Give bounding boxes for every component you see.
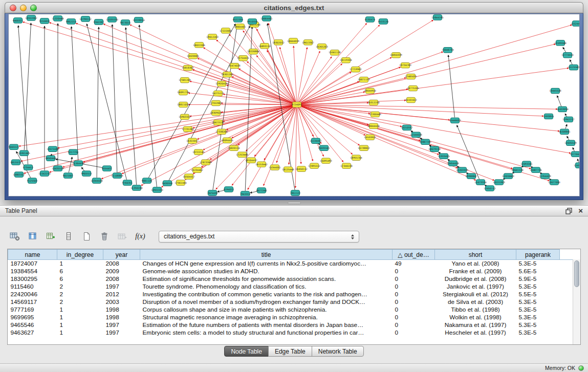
table-cell[interactable]: 5.5E-5 bbox=[516, 291, 560, 298]
graph-edge[interactable] bbox=[298, 107, 313, 161]
column-header-in_degree[interactable]: in_degree bbox=[57, 250, 103, 260]
graph-node[interactable]: 18775105 bbox=[407, 85, 419, 91]
graph-node[interactable]: 12446633 bbox=[449, 118, 461, 123]
graph-node[interactable]: 16820114 bbox=[228, 145, 239, 150]
graph-node[interactable]: 9905513 bbox=[81, 171, 92, 176]
graph-node[interactable]: 18125448 bbox=[282, 167, 294, 172]
tab-node-table[interactable]: Node Table bbox=[224, 346, 269, 357]
table-cell[interactable]: 18300295 bbox=[8, 275, 57, 283]
graph-node[interactable]: 11320448 bbox=[52, 16, 63, 21]
graph-edge[interactable] bbox=[299, 63, 342, 102]
graph-node[interactable]: 9430558 bbox=[162, 181, 173, 186]
table-cell[interactable]: 5.3E-5 bbox=[516, 314, 560, 321]
table-cell[interactable]: Structural magnetic resonance image aver… bbox=[140, 314, 393, 321]
table-cell[interactable]: 5.3E-5 bbox=[516, 283, 560, 291]
graph-node[interactable]: 16450112 bbox=[295, 166, 307, 171]
graph-node[interactable]: 16644019 bbox=[287, 38, 299, 43]
graph-node[interactable]: 10261445 bbox=[18, 150, 30, 156]
table-cell[interactable]: Wolkin et al. (1998) bbox=[435, 314, 516, 321]
table-cell[interactable]: 5.3E-5 bbox=[516, 321, 560, 329]
graph-node[interactable]: 12920414 bbox=[215, 81, 227, 86]
graph-edge[interactable] bbox=[213, 25, 237, 190]
graph-node[interactable]: 8815570 bbox=[11, 160, 21, 165]
graph-node[interactable]: 11035530 bbox=[106, 17, 118, 22]
graph-node[interactable]: 10454428 bbox=[447, 161, 459, 166]
column-header-short[interactable]: short bbox=[435, 250, 516, 260]
graph-node[interactable]: 15818302 bbox=[182, 65, 193, 71]
graph-node[interactable]: 19012203 bbox=[206, 34, 218, 39]
graph-node[interactable]: 17200446 bbox=[369, 112, 381, 117]
graph-node[interactable]: 15903322 bbox=[179, 114, 190, 119]
graph-node[interactable]: 17731284 bbox=[182, 126, 193, 132]
graph-node[interactable]: 10988847 bbox=[465, 173, 477, 179]
graph-edge[interactable] bbox=[255, 26, 296, 102]
graph-node[interactable]: 12677050 bbox=[548, 180, 560, 185]
graph-node[interactable]: 10487716 bbox=[530, 167, 541, 172]
table-cell[interactable]: 6 bbox=[57, 268, 103, 275]
graph-node[interactable]: 7625430 bbox=[207, 190, 218, 195]
graph-node[interactable]: 16893110 bbox=[258, 43, 270, 49]
graph-node[interactable]: 15533921 bbox=[364, 135, 376, 140]
graph-node[interactable]: 9724091 bbox=[292, 102, 302, 107]
table-cell[interactable]: Jankovic et al. (1997) bbox=[435, 283, 516, 291]
graph-edge[interactable] bbox=[50, 23, 294, 103]
graph-node[interactable]: 13445528 bbox=[549, 88, 561, 93]
graph-edge[interactable] bbox=[300, 52, 443, 103]
graph-node[interactable]: 15095493 bbox=[320, 158, 332, 163]
table-row[interactable]: 1938455462009Genome-wide association stu… bbox=[8, 268, 573, 275]
graph-node[interactable]: 18664401 bbox=[234, 24, 246, 29]
graph-node[interactable]: 8677240 bbox=[256, 188, 267, 193]
window-titlebar[interactable]: citations_edges.txt bbox=[5, 2, 583, 13]
graph-edge[interactable] bbox=[190, 81, 294, 104]
graph-edge[interactable] bbox=[24, 23, 31, 150]
graph-edge[interactable] bbox=[300, 100, 406, 104]
graph-node[interactable]: 10922233 bbox=[151, 187, 163, 192]
table-cell[interactable]: 0 bbox=[393, 321, 435, 329]
column-header-year[interactable]: year bbox=[103, 250, 140, 260]
divider-grip-icon[interactable] bbox=[288, 202, 301, 204]
graph-node[interactable]: 11820663 bbox=[502, 173, 514, 179]
graph-edge[interactable] bbox=[300, 105, 543, 116]
graph-edge[interactable] bbox=[51, 154, 52, 155]
graph-node[interactable]: 10435529 bbox=[52, 166, 63, 171]
table-cell[interactable]: 5.6E-5 bbox=[516, 268, 560, 275]
graph-node[interactable]: 18226804 bbox=[247, 49, 259, 54]
graph-node[interactable]: 17873349 bbox=[200, 160, 211, 165]
graph-node[interactable]: 11933455 bbox=[438, 154, 449, 159]
table-cell[interactable]: Disruption of a novel member of a sodium… bbox=[140, 298, 393, 306]
graph-node[interactable]: 19613307 bbox=[302, 40, 314, 45]
float-panel-icon[interactable] bbox=[565, 208, 572, 214]
table-row[interactable]: 1456911722003Disruption of a novel membe… bbox=[8, 298, 573, 306]
graph-node[interactable]: 12093341 bbox=[520, 161, 532, 166]
table-cell[interactable]: 0 bbox=[393, 283, 435, 291]
table-cell[interactable]: 19384554 bbox=[8, 268, 57, 275]
graph-node[interactable]: 9873015 bbox=[120, 20, 131, 25]
graph-node[interactable]: 19734783 bbox=[399, 63, 411, 68]
graph-node[interactable]: 11542210 bbox=[38, 171, 50, 176]
graph-node[interactable]: 16738822 bbox=[358, 145, 369, 150]
table-cell[interactable]: 1997 bbox=[103, 283, 140, 291]
table-cell[interactable]: Investigating the contribution of common… bbox=[140, 291, 393, 298]
graph-node[interactable]: 10571430 bbox=[47, 146, 58, 151]
graph-edge[interactable] bbox=[295, 107, 297, 188]
graph-edge[interactable] bbox=[299, 57, 391, 103]
table-row[interactable]: 911546021997Tourette syndrome. Phenomeno… bbox=[8, 283, 573, 291]
scrollbar-thumb[interactable] bbox=[574, 260, 579, 287]
graph-edge[interactable] bbox=[300, 78, 406, 104]
graph-node[interactable]: 9734412 bbox=[23, 165, 34, 170]
graph-node[interactable]: 16035541 bbox=[318, 145, 330, 150]
table-cell[interactable]: Tourette syndrome. Phenomenology and cla… bbox=[140, 283, 393, 291]
graph-node[interactable]: 16312230 bbox=[367, 100, 379, 105]
graph-edge[interactable] bbox=[103, 24, 294, 103]
graph-edge[interactable] bbox=[577, 159, 579, 163]
function-builder-icon[interactable]: f(x) bbox=[133, 230, 148, 243]
graph-edge[interactable] bbox=[573, 147, 574, 151]
graph-edge[interactable] bbox=[297, 48, 307, 102]
graph-node[interactable]: 12035519 bbox=[564, 140, 576, 145]
table-cell[interactable]: Tibbo et al. (1998) bbox=[435, 306, 516, 314]
graph-node[interactable]: 16265203 bbox=[316, 44, 328, 49]
graph-edge[interactable] bbox=[148, 24, 235, 178]
table-row[interactable]: 1872400712008Changes of HCN gene express… bbox=[8, 260, 573, 268]
graph-edge[interactable] bbox=[563, 47, 566, 52]
graph-node[interactable]: 14208841 bbox=[558, 129, 570, 134]
